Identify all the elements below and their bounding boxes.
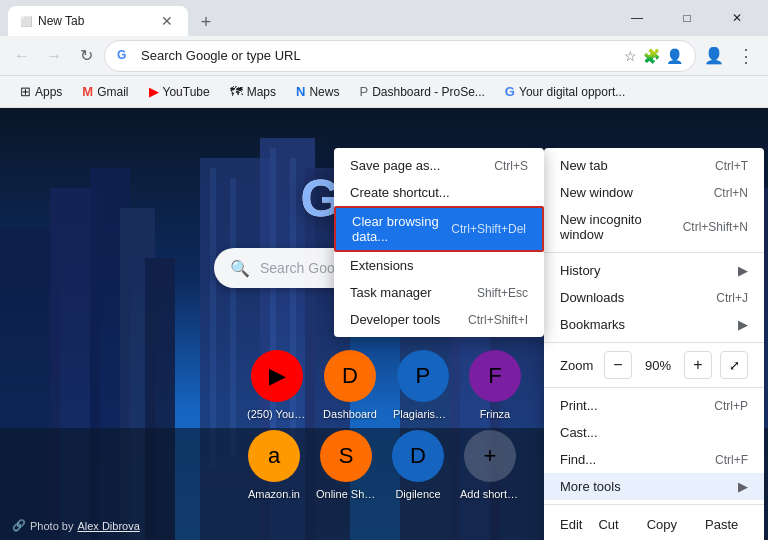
sync-icon[interactable]: 👤 (666, 48, 683, 64)
photo-credit-author[interactable]: Alex Dibrova (77, 520, 139, 532)
chrome-menu-button[interactable]: ⋮ (732, 42, 760, 70)
cut-button[interactable]: Cut (586, 513, 630, 536)
back-button[interactable]: ← (8, 42, 36, 70)
plagiarism-shortcut-label: Plagiarism C... (393, 408, 453, 420)
bookmark-news[interactable]: N News (288, 80, 347, 103)
more-tools-label: More tools (560, 479, 621, 494)
active-tab[interactable]: ⬜ New Tab ✕ (8, 6, 188, 36)
apps-label: Apps (35, 85, 62, 99)
forward-button[interactable]: → (40, 42, 68, 70)
task-manager-shortcut: Shift+Esc (477, 286, 528, 300)
shortcut-dashboard[interactable]: D Dashboard (323, 350, 377, 420)
bookmarks-arrow: ▶ (738, 317, 748, 332)
zoom-value: 90% (640, 358, 676, 373)
task-manager-item[interactable]: Task manager Shift+Esc (334, 279, 544, 306)
youtube-shortcut-icon: ▶ (251, 350, 303, 402)
bookmark-apps[interactable]: ⊞ Apps (12, 80, 70, 103)
developer-tools-shortcut: Ctrl+Shift+I (468, 313, 528, 327)
zoom-plus-button[interactable]: + (684, 351, 712, 379)
shortcut-frinza[interactable]: F Frinza (469, 350, 521, 420)
shortcut-youtube[interactable]: ▶ (250) YouTube (247, 350, 307, 420)
maps-icon: 🗺 (230, 84, 243, 99)
menu-divider-4 (544, 504, 764, 505)
amazon-shortcut-label: Amazon.in (248, 488, 300, 500)
dashboard-icon: P (359, 84, 368, 99)
menu-divider-1 (544, 252, 764, 253)
shortcut-amazon[interactable]: a Amazon.in (248, 430, 300, 500)
clear-browsing-item[interactable]: Clear browsing data... Ctrl+Shift+Del (334, 206, 544, 252)
history-item[interactable]: History ▶ (544, 257, 764, 284)
navigation-bar: ← → ↻ G Search Google or type URL ☆ 🧩 👤 … (0, 36, 768, 76)
downloads-shortcut: Ctrl+J (716, 291, 748, 305)
find-label: Find... (560, 452, 596, 467)
zoom-expand-button[interactable]: ⤢ (720, 351, 748, 379)
account-button[interactable]: 👤 (700, 42, 728, 70)
extensions-label: Extensions (350, 258, 414, 273)
extensions-item[interactable]: Extensions (334, 252, 544, 279)
zoom-minus-button[interactable]: − (604, 351, 632, 379)
maximize-button[interactable]: □ (664, 3, 710, 33)
online-shopping-label: Online Shopp... (316, 488, 376, 500)
new-window-label: New window (560, 185, 633, 200)
developer-tools-item[interactable]: Developer tools Ctrl+Shift+I (334, 306, 544, 333)
incognito-item[interactable]: New incognito window Ctrl+Shift+N (544, 206, 764, 248)
save-page-item[interactable]: Save page as... Ctrl+S (334, 152, 544, 179)
print-item[interactable]: Print... Ctrl+P (544, 392, 764, 419)
shortcut-add[interactable]: + Add shortcut (460, 430, 520, 500)
online-shopping-icon: S (320, 430, 372, 482)
find-item[interactable]: Find... Ctrl+F (544, 446, 764, 473)
close-button[interactable]: ✕ (714, 3, 760, 33)
bookmark-digital[interactable]: G Your digital opport... (497, 80, 633, 103)
zoom-label: Zoom (560, 358, 596, 373)
frinza-shortcut-icon: F (469, 350, 521, 402)
amazon-shortcut-icon: a (248, 430, 300, 482)
bookmark-maps[interactable]: 🗺 Maps (222, 80, 284, 103)
copy-button[interactable]: Copy (635, 513, 689, 536)
developer-tools-label: Developer tools (350, 312, 440, 327)
create-shortcut-item[interactable]: Create shortcut... (334, 179, 544, 206)
digital-icon: G (505, 84, 515, 99)
tab-title: New Tab (38, 14, 152, 28)
minimize-button[interactable]: — (614, 3, 660, 33)
tab-close-button[interactable]: ✕ (158, 12, 176, 30)
paste-button[interactable]: Paste (693, 513, 750, 536)
new-tab-item[interactable]: New tab Ctrl+T (544, 152, 764, 179)
shortcut-plagiarism[interactable]: P Plagiarism C... (393, 350, 453, 420)
history-arrow: ▶ (738, 263, 748, 278)
create-shortcut-label: Create shortcut... (350, 185, 450, 200)
youtube-label: YouTube (163, 85, 210, 99)
tab-favicon: ⬜ (20, 16, 32, 27)
reload-button[interactable]: ↻ (72, 42, 100, 70)
address-bar[interactable]: G Search Google or type URL ☆ 🧩 👤 (104, 40, 696, 72)
menu-divider-3 (544, 387, 764, 388)
add-shortcut-label: Add shortcut (460, 488, 520, 500)
cast-label: Cast... (560, 425, 598, 440)
shortcut-online-shopping[interactable]: S Online Shopp... (316, 430, 376, 500)
more-tools-submenu: Save page as... Ctrl+S Create shortcut..… (334, 148, 544, 337)
new-window-shortcut: Ctrl+N (714, 186, 748, 200)
extensions-icon[interactable]: 🧩 (643, 48, 660, 64)
bookmarks-label: Bookmarks (560, 317, 625, 332)
save-page-label: Save page as... (350, 158, 440, 173)
address-bar-icons: ☆ 🧩 👤 (624, 48, 683, 64)
shortcut-digilence[interactable]: D Digilence (392, 430, 444, 500)
star-icon[interactable]: ☆ (624, 48, 637, 64)
edit-label: Edit (560, 517, 582, 532)
dashboard-shortcut-icon: D (324, 350, 376, 402)
new-tab-button[interactable]: + (192, 8, 220, 36)
new-window-item[interactable]: New window Ctrl+N (544, 179, 764, 206)
bookmark-youtube[interactable]: ▶ YouTube (141, 80, 218, 103)
digilence-icon: D (392, 430, 444, 482)
cast-item[interactable]: Cast... (544, 419, 764, 446)
bookmark-gmail[interactable]: M Gmail (74, 80, 136, 103)
print-shortcut: Ctrl+P (714, 399, 748, 413)
more-tools-item[interactable]: More tools ▶ (544, 473, 764, 500)
print-label: Print... (560, 398, 598, 413)
zoom-controls: − 90% + ⤢ (604, 351, 748, 379)
bookmarks-bar: ⊞ Apps M Gmail ▶ YouTube 🗺 Maps N News P… (0, 76, 768, 108)
bookmark-dashboard[interactable]: P Dashboard - ProSe... (351, 80, 492, 103)
downloads-item[interactable]: Downloads Ctrl+J (544, 284, 764, 311)
youtube-shortcut-label: (250) YouTube (247, 408, 307, 420)
bookmarks-item[interactable]: Bookmarks ▶ (544, 311, 764, 338)
gmail-label: Gmail (97, 85, 128, 99)
